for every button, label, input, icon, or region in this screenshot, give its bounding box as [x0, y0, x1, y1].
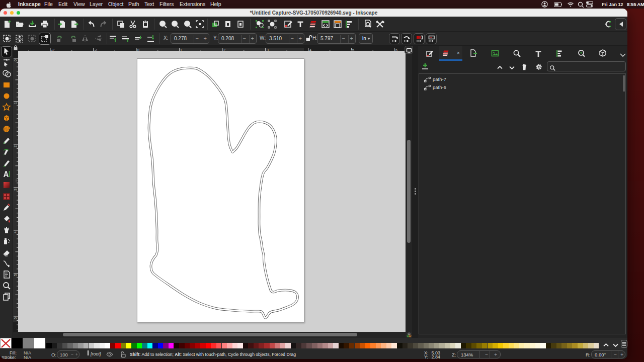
svg-text:1: 1 [14, 102, 17, 104]
svg-text:0: 0 [14, 59, 17, 61]
svg-text:5: 5 [14, 274, 17, 276]
svg-text:3: 3 [14, 189, 17, 191]
svg-text:4: 4 [14, 231, 17, 233]
svg-text:2: 2 [14, 145, 17, 147]
svg-text:6: 6 [14, 317, 17, 319]
